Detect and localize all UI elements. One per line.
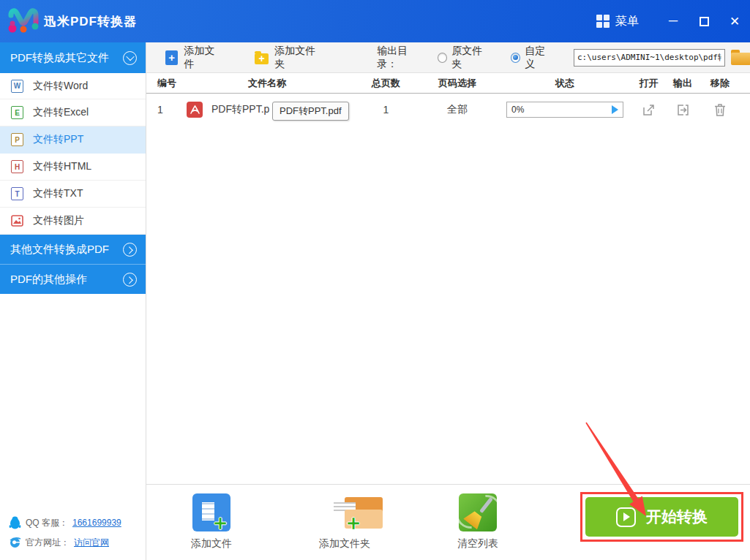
- start-convert-button[interactable]: 开始转换: [585, 497, 738, 537]
- app-logo-icon: [6, 6, 40, 37]
- sidebar-item-label: 文件转Excel: [33, 106, 89, 119]
- grid-menu-icon: [596, 15, 610, 28]
- col-output: 输出: [665, 77, 700, 90]
- clear-list-icon: [459, 493, 497, 531]
- start-convert-label: 开始转换: [646, 507, 708, 527]
- col-number: 编号: [146, 77, 179, 90]
- browse-folder-button[interactable]: [731, 50, 750, 65]
- sidebar-item-word[interactable]: W 文件转Word: [0, 73, 146, 99]
- txt-file-icon: T: [11, 187, 23, 200]
- browser-icon: [9, 537, 21, 549]
- add-folder-icon: +: [255, 53, 269, 64]
- output-dir-label: 输出目录：: [377, 45, 427, 71]
- title-bar: 迅米PDF转换器 菜单 ─ ✕: [0, 0, 750, 42]
- sidebar-item-label: 文件转TXT: [33, 187, 83, 200]
- col-page-range: 页码选择: [417, 77, 498, 90]
- chevron-right-circle-icon: [123, 273, 137, 287]
- col-remove: 移除: [700, 77, 740, 90]
- sidebar-item-label: 文件转Word: [33, 80, 88, 93]
- col-filename: 文件名称: [179, 77, 355, 90]
- radio-custom[interactable]: 自定义: [511, 45, 555, 71]
- add-file-label: 添加文件: [184, 45, 223, 71]
- sidebar-section-other-to-pdf[interactable]: 其他文件转换成PDF: [0, 235, 146, 265]
- add-file-big-icon: ＋: [192, 493, 230, 531]
- close-button[interactable]: ✕: [719, 0, 750, 42]
- add-file-icon: +: [165, 50, 178, 65]
- official-site-link[interactable]: 访问官网: [74, 537, 109, 549]
- open-external-icon[interactable]: [642, 103, 656, 117]
- chevron-down-circle-icon: [123, 51, 137, 65]
- sidebar-item-image[interactable]: 文件转图片: [0, 208, 146, 235]
- sidebar-section-label: PDF转换成其它文件: [10, 51, 109, 65]
- add-folder-big-button[interactable]: ＋ 添加文件夹: [301, 493, 389, 550]
- toolbar: + 添加文件 + 添加文件夹 输出目录： 原文件夹 自定义: [146, 42, 750, 73]
- add-folder-button[interactable]: + 添加文件夹: [255, 45, 324, 71]
- official-site-label: 官方网址：: [26, 537, 70, 549]
- table-row[interactable]: 1 PDF转PPT.p 1 全部 0%: [146, 94, 750, 126]
- image-file-icon: [11, 215, 23, 227]
- word-file-icon: W: [11, 80, 23, 93]
- sidebar-section-pdf-to-other[interactable]: PDF转换成其它文件: [0, 42, 146, 73]
- add-file-big-button[interactable]: ＋ 添加文件: [168, 493, 255, 550]
- app-window: 迅米PDF转换器 菜单 ─ ✕ PDF转换成其它文件 W 文件转Word E 文…: [0, 0, 750, 560]
- file-pages: 1: [355, 104, 417, 116]
- qq-number-link[interactable]: 1661699939: [72, 518, 121, 528]
- menu-button[interactable]: 菜单: [596, 14, 639, 29]
- minimize-button[interactable]: ─: [658, 0, 689, 42]
- sidebar-item-excel[interactable]: E 文件转Excel: [0, 99, 146, 126]
- clear-list-button[interactable]: 清空列表: [434, 493, 522, 550]
- output-path-input[interactable]: [574, 49, 725, 67]
- sidebar-item-html[interactable]: H 文件转HTML: [0, 154, 146, 181]
- annotation-red-box: 开始转换: [580, 492, 743, 542]
- qq-icon: [9, 516, 21, 529]
- file-page-range[interactable]: 全部: [417, 103, 498, 116]
- sidebar-item-label: 文件转PPT: [33, 133, 83, 146]
- add-file-button[interactable]: + 添加文件: [165, 45, 224, 71]
- bottom-action-bar: ＋ 添加文件 ＋ 添加文件夹 清空列表 开始转换: [146, 484, 750, 560]
- qq-service-label: QQ 客服：: [26, 517, 68, 529]
- sidebar-footer: QQ 客服： 1661699939 官方网址： 访问官网: [0, 512, 146, 553]
- add-folder-big-icon: ＋: [326, 493, 364, 531]
- sidebar-section-label: 其他文件转换成PDF: [10, 243, 109, 257]
- app-title: 迅米PDF转换器: [44, 13, 137, 30]
- maximize-button[interactable]: [689, 0, 719, 42]
- sidebar-section-pdf-other-ops[interactable]: PDF的其他操作: [0, 265, 146, 294]
- excel-file-icon: E: [11, 106, 23, 119]
- col-total-pages: 总页数: [355, 77, 417, 90]
- html-file-icon: H: [11, 160, 23, 173]
- table-header: 编号 文件名称 总页数 页码选择 状态 打开 输出 移除: [146, 73, 750, 94]
- progress-value: 0%: [511, 105, 524, 115]
- radio-original-label: 原文件夹: [451, 45, 491, 71]
- pdf-file-icon: [187, 102, 203, 118]
- add-folder-label: 添加文件夹: [274, 45, 324, 71]
- main-area: + 添加文件 + 添加文件夹 输出目录： 原文件夹 自定义 编: [146, 42, 750, 560]
- radio-original-folder[interactable]: 原文件夹: [438, 45, 492, 71]
- file-name: PDF转PPT.p: [211, 103, 269, 116]
- play-icon[interactable]: [612, 105, 618, 114]
- play-square-icon: [616, 507, 636, 527]
- radio-custom-label: 自定义: [525, 45, 555, 71]
- col-status: 状态: [498, 77, 632, 90]
- sidebar-item-ppt[interactable]: P 文件转PPT: [0, 126, 146, 154]
- trash-icon[interactable]: [713, 103, 727, 117]
- col-open: 打开: [632, 77, 665, 90]
- sidebar-section-label: PDF的其他操作: [10, 273, 87, 287]
- radio-unchecked-icon: [438, 53, 448, 63]
- sidebar-item-label: 文件转图片: [33, 214, 84, 227]
- clear-list-label: 清空列表: [457, 537, 498, 549]
- sidebar-item-label: 文件转HTML: [33, 160, 91, 173]
- chevron-right-circle-icon: [123, 243, 137, 257]
- menu-label: 菜单: [615, 14, 639, 29]
- row-number: 1: [146, 104, 179, 116]
- sidebar-item-txt[interactable]: T 文件转TXT: [0, 181, 146, 208]
- filename-tooltip: PDF转PPT.pdf: [272, 102, 349, 121]
- progress-bar: 0%: [506, 102, 623, 118]
- add-folder-big-label: 添加文件夹: [319, 537, 370, 549]
- sidebar: PDF转换成其它文件 W 文件转Word E 文件转Excel P 文件转PPT…: [0, 42, 146, 560]
- ppt-file-icon: P: [11, 133, 23, 146]
- maximize-icon: [700, 17, 709, 26]
- radio-checked-icon: [511, 53, 521, 63]
- output-folder-icon[interactable]: [676, 103, 690, 117]
- add-file-big-label: 添加文件: [191, 537, 232, 549]
